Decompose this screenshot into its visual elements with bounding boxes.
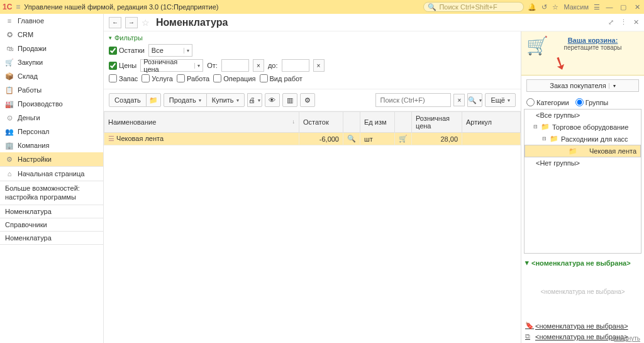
filter-usluga-check[interactable]: Услуга xyxy=(142,74,173,82)
print-button[interactable]: 🖨▾ xyxy=(247,93,262,107)
col-price[interactable]: Розничная цена xyxy=(412,112,462,133)
nav-staff[interactable]: 👥Персонал xyxy=(0,125,103,138)
tree-node2[interactable]: ⊟📁Расходники для касс xyxy=(525,133,641,145)
nav-company[interactable]: 🏢Компания xyxy=(0,138,103,152)
filters-toggle[interactable]: ▾Фильтры xyxy=(109,34,516,42)
chevron-down-icon: ▾ xyxy=(258,98,260,103)
chevron-down-icon: ▾ xyxy=(184,48,189,53)
filter-operacia-check[interactable]: Операция xyxy=(213,74,255,82)
nav-extra-nomenclature2[interactable]: Номенклатура xyxy=(0,232,103,244)
more-actions-icon[interactable]: ⋮ xyxy=(620,18,627,26)
nav-production[interactable]: 🏭Производство xyxy=(0,97,103,111)
row-art xyxy=(462,133,521,145)
bell-icon[interactable]: 🔔 xyxy=(528,3,536,11)
filter-prices-select[interactable]: Розничная цена▾ xyxy=(140,59,203,72)
nav-extra-nomenclature1[interactable]: Номенклатура xyxy=(0,205,103,218)
basket-box: 🛒 Ваша корзина: перетащите товары ➘ xyxy=(521,31,644,76)
filter-zapas-check[interactable]: Запас xyxy=(109,74,138,82)
filter-ostatki-select[interactable]: Все▾ xyxy=(148,44,192,57)
titlebar: 1С ≡ Управление нашей фирмой, редакция 3… xyxy=(0,0,644,14)
folder-icon: 📁 xyxy=(550,135,558,143)
tree-all[interactable]: <Все группы> xyxy=(525,110,641,121)
radio-groups[interactable]: Группы xyxy=(575,98,609,106)
table-search-input[interactable] xyxy=(375,93,451,107)
cart-icon[interactable]: 🛒 xyxy=(395,133,412,145)
minus-icon[interactable]: ⊟ xyxy=(542,136,547,142)
minus-icon[interactable]: ⊟ xyxy=(533,124,538,130)
tree-nogroup[interactable]: <Нет группы> xyxy=(525,157,641,169)
favorite-icon[interactable]: ☆ xyxy=(142,18,150,28)
collapse-link[interactable]: свернуть xyxy=(614,335,640,342)
tree-node1[interactable]: ⊟📁Торговое оборудование xyxy=(525,121,641,133)
col-ostatok-icon[interactable] xyxy=(343,112,360,133)
user-name[interactable]: Максим xyxy=(564,3,589,11)
radio-categories[interactable]: Категории xyxy=(526,98,569,106)
forward-button[interactable]: → xyxy=(125,17,138,28)
sort-down-icon: ↓ xyxy=(292,118,296,125)
page-close-icon[interactable]: ✕ xyxy=(633,18,639,26)
user-menu-icon[interactable]: ☰ xyxy=(594,3,600,11)
tree-node3[interactable]: 📁Чековая лента xyxy=(525,145,641,157)
table-search-clear[interactable]: × xyxy=(453,94,465,106)
maximize-icon[interactable]: ▢ xyxy=(619,3,628,11)
sell-button[interactable]: Продать▾ xyxy=(164,93,207,107)
create-button[interactable]: Создать xyxy=(109,93,147,107)
nav-crm[interactable]: ✪CRM xyxy=(0,28,103,42)
buy-button[interactable]: Купить▾ xyxy=(206,93,245,107)
filter-to-input[interactable] xyxy=(282,59,309,72)
chevron-down-icon: ▾ xyxy=(194,63,200,69)
nav-home[interactable]: ⌂Начальная страница xyxy=(0,167,103,181)
filter-prices-check[interactable]: Цены xyxy=(109,62,136,70)
selection-header[interactable]: ▾<номенклатура не выбрана> xyxy=(525,259,640,267)
preview-button[interactable]: 👁 xyxy=(265,93,280,107)
more-button[interactable]: Ещё▾ xyxy=(485,93,516,107)
nav-sales[interactable]: 🛍Продажи xyxy=(0,42,103,55)
find-button[interactable]: 🔍▾ xyxy=(467,93,482,107)
folder-icon: 📁 xyxy=(541,123,550,131)
nav-extra-more[interactable]: Больше возможностей: настройка программы xyxy=(0,181,103,205)
selection-link1[interactable]: 🔖<номенклатура не выбрана> xyxy=(525,322,640,330)
filter-ostatki-check[interactable]: Остатки xyxy=(109,47,145,55)
close-icon[interactable]: ✕ xyxy=(633,3,641,11)
search-icon: 🔍 xyxy=(428,3,436,11)
col-ostatok[interactable]: Остаток xyxy=(299,112,343,133)
filter-from-clear[interactable]: × xyxy=(253,59,264,72)
col-ed-icon[interactable] xyxy=(395,112,412,133)
minimize-icon[interactable]: — xyxy=(605,3,614,11)
nav-main[interactable]: ≡Главное xyxy=(0,14,103,28)
star-icon[interactable]: ☆ xyxy=(552,3,558,11)
nav-jobs[interactable]: 📋Работы xyxy=(0,83,103,97)
col-name[interactable]: Наименование↓ xyxy=(104,112,299,133)
groups-tree[interactable]: <Все группы> ⊟📁Торговое оборудование ⊟📁Р… xyxy=(524,109,641,254)
link-icon[interactable]: ⤢ xyxy=(608,18,614,26)
people-icon: 👥 xyxy=(5,128,14,136)
filter-rabota-check[interactable]: Работа xyxy=(177,74,209,82)
app-logo: 1С xyxy=(3,3,12,11)
folder-icon: 📁 xyxy=(569,147,577,155)
settings-button[interactable]: ⚙ xyxy=(300,93,315,107)
filter-from-label: От: xyxy=(207,62,218,69)
filter-from-input[interactable] xyxy=(221,59,249,72)
nav-settings[interactable]: ⚙Настройки xyxy=(0,152,103,166)
col-ed[interactable]: Ед изм xyxy=(360,112,395,133)
nav-purchases[interactable]: 🛒Закупки xyxy=(0,55,103,69)
barcode-button[interactable]: ▥ xyxy=(282,93,297,107)
nav-warehouse[interactable]: 📦Склад xyxy=(0,69,103,83)
search-icon[interactable]: 🔍 xyxy=(343,133,360,145)
col-artikul[interactable]: Артикул xyxy=(462,112,521,133)
items-table[interactable]: Наименование↓ Остаток Ед изм Розничная ц… xyxy=(104,111,521,145)
gear-icon: ⚙ xyxy=(5,155,14,164)
nav-money[interactable]: ⊙Деньги xyxy=(0,111,103,125)
order-button[interactable]: Заказ покупателя▾ xyxy=(526,79,639,92)
create-folder-button[interactable]: 📁 xyxy=(146,93,161,107)
basket-title[interactable]: Ваша корзина: xyxy=(548,37,638,44)
nav-extra-refs[interactable]: Справочники xyxy=(0,218,103,231)
back-button[interactable]: ← xyxy=(109,17,121,28)
table-row[interactable]: ☰ Чековая лента -6,000 🔍 шт 🛒 28,00 xyxy=(104,133,521,145)
filter-vidrabot-check[interactable]: Вид работ xyxy=(260,74,303,82)
global-search[interactable]: 🔍 Поиск Ctrl+Shift+F xyxy=(423,2,524,12)
cart-icon: 🛒 xyxy=(526,35,548,56)
history-icon[interactable]: ↺ xyxy=(541,3,547,11)
filter-to-clear[interactable]: × xyxy=(313,59,325,72)
main-menu-icon[interactable]: ≡ xyxy=(16,3,20,11)
